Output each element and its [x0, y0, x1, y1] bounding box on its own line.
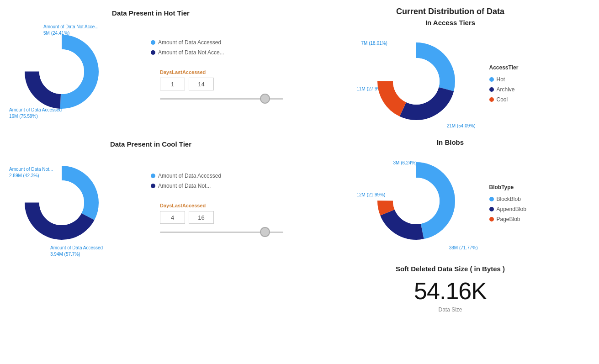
cool-legend-not-accessed-dot [151, 184, 155, 188]
access-archive-label: Archive [497, 86, 515, 93]
cool-legend-not-accessed: Amount of Data Not... [151, 183, 283, 189]
page-blob-dot [489, 217, 494, 222]
hot-tier-slider-section: DaysLastAccessed [160, 69, 283, 104]
block-blob-label: BlockBlob [497, 196, 521, 202]
access-hot-label: Hot [497, 76, 505, 83]
cool-slider-thumb[interactable] [260, 227, 270, 237]
hot-tier-controls: Amount of Data Accessed Amount of Data N… [142, 39, 283, 104]
legend-accessed-dot [151, 40, 155, 45]
cool-legend-not-accessed-label: Amount of Data Not... [158, 183, 211, 189]
cool-tier-title: Data Present in Cool Tier [5, 140, 297, 148]
append-blob-label: AppendBlob [497, 206, 526, 212]
hot-tier-legend: Amount of Data Accessed Amount of Data N… [151, 39, 283, 56]
right-panel: Current Distribution of Data In Access T… [302, 0, 599, 364]
block-blob-dot [489, 197, 494, 201]
cool-slider-max[interactable] [189, 211, 214, 224]
cool-tier-slider-section: DaysLastAccessed [160, 203, 283, 237]
cool-tier-chart-area: Amount of Data Not... 2.89M (42.3%) [9, 153, 128, 258]
legend-not-accessed-dot [151, 50, 155, 55]
cool-tier-legend: Amount of Data Accessed Amount of Data N… [151, 173, 283, 189]
access-archive-dot [489, 87, 494, 92]
right-main-title: Current Distribution of Data [306, 7, 594, 16]
cool-legend-accessed: Amount of Data Accessed [151, 173, 283, 179]
blob-type-legend-title: BlobType [489, 184, 544, 190]
soft-deleted-title: Soft Deleted Data Size ( in Bytes ) [306, 265, 594, 273]
cool-tier-section: Data Present in Cool Tier Amount of Data… [5, 140, 297, 258]
blobs-row: 3M (6.24%) 12M (21.99%) 38M (71.77%) [306, 151, 594, 256]
blobs-section: In Blobs 3M (6.24%) 12M (21.99%) 38M (71… [306, 138, 594, 256]
hot-tier-chart-area: Amount of Data Not Acce... 5M (24.41%) [9, 21, 128, 122]
soft-deleted-subtitle: Data Size [306, 306, 594, 313]
blobs-block-annotation: 38M (71.77%) [449, 245, 478, 251]
access-tiers-subtitle: In Access Tiers [306, 19, 594, 26]
access-hot-legend: Hot [489, 76, 544, 83]
access-cool-label: Cool [497, 96, 508, 103]
hot-slider-inputs [160, 78, 283, 90]
legend-not-accessed: Amount of Data Not Acce... [151, 49, 283, 56]
hot-slider-label: DaysLastAccessed [160, 69, 283, 75]
page-blob-label: PageBlob [497, 216, 520, 222]
hot-accessed-annotation: Amount of Data Accessed 16M (75.59%) [9, 107, 62, 120]
cool-slider-inputs [160, 211, 283, 224]
block-blob-legend: BlockBlob [489, 196, 544, 202]
access-archive-legend: Archive [489, 86, 544, 93]
cool-tier-controls: Amount of Data Accessed Amount of Data N… [142, 173, 283, 237]
cool-slider-label: DaysLastAccessed [160, 203, 283, 208]
svg-point-2 [39, 49, 84, 94]
append-blob-legend: AppendBlob [489, 206, 544, 212]
legend-not-accessed-label: Amount of Data Not Acce... [158, 49, 224, 56]
hot-slider-max[interactable] [189, 78, 214, 90]
svg-point-13 [393, 178, 440, 224]
access-tier-legend-title: AccessTier [489, 64, 544, 71]
blob-type-legend: BlobType BlockBlob AppendBlob PageBlob [489, 184, 544, 222]
access-tiers-row: 7M (18.01%) 11M (27.9%) 21M (54.09%) [306, 31, 594, 136]
append-blob-dot [489, 207, 494, 211]
soft-deleted-section: Soft Deleted Data Size ( in Bytes ) 54.1… [306, 256, 594, 317]
access-tier-legend: AccessTier Hot Archive Cool [489, 64, 544, 103]
left-panel: Data Present in Hot Tier Amount of Data … [0, 0, 302, 364]
svg-point-5 [39, 180, 84, 225]
legend-accessed-label: Amount of Data Accessed [158, 39, 221, 46]
access-cool-dot [489, 97, 494, 102]
access-hot-dot [489, 77, 494, 82]
cool-accessed-annotation: Amount of Data Accessed 3.94M (57.7%) [50, 245, 103, 258]
cool-legend-accessed-dot [151, 174, 155, 178]
blobs-donut [375, 160, 457, 244]
access-tiers-donut [375, 40, 457, 124]
cool-slider-min[interactable] [160, 211, 185, 224]
soft-deleted-value: 54.16K [306, 277, 594, 305]
access-cool-legend: Cool [489, 96, 544, 103]
cool-tier-donut [23, 164, 101, 243]
hot-tier-donut [23, 33, 101, 112]
page-blob-legend: PageBlob [489, 216, 544, 222]
hot-slider-thumb[interactable] [260, 94, 270, 104]
hot-tier-title: Data Present in Hot Tier [5, 9, 297, 17]
cool-legend-accessed-label: Amount of Data Accessed [158, 173, 221, 179]
cool-slider-track[interactable] [160, 227, 283, 237]
legend-accessed: Amount of Data Accessed [151, 39, 283, 46]
blobs-subtitle: In Blobs [306, 138, 594, 146]
hot-slider-track[interactable] [160, 93, 283, 104]
blobs-chart-area: 3M (6.24%) 12M (21.99%) 38M (71.77%) [357, 155, 480, 251]
svg-point-9 [393, 58, 440, 105]
main-container: Data Present in Hot Tier Amount of Data … [0, 0, 599, 364]
access-tiers-section: In Access Tiers 7M (18.01%) 11M (27.9%) … [306, 19, 594, 136]
hot-tier-section: Data Present in Hot Tier Amount of Data … [5, 9, 297, 122]
hot-slider-min[interactable] [160, 78, 185, 90]
access-tiers-chart-area: 7M (18.01%) 11M (27.9%) 21M (54.09%) [357, 36, 480, 132]
